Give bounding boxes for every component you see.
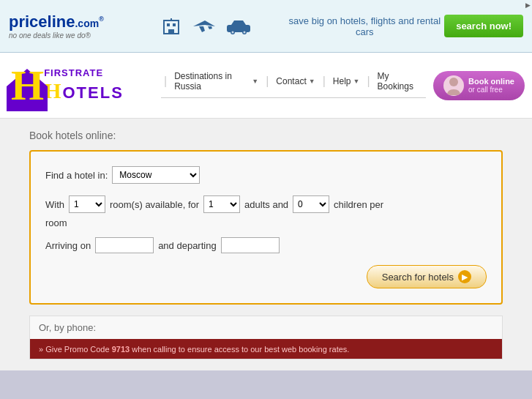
per-room-label: room <box>45 217 487 228</box>
children-select[interactable]: 0 1 2 3 <box>293 195 329 213</box>
contact-chevron-icon: ▼ <box>309 78 315 85</box>
ad-priceline-logo: priceline.com® no one deals like we do® <box>9 12 104 40</box>
children-label: children per <box>334 199 383 210</box>
arriving-date-input[interactable] <box>95 237 154 253</box>
arriving-label: Arriving on <box>45 240 91 251</box>
nav-separator-4: | <box>367 75 370 88</box>
priceline-name: priceline.com® <box>9 12 104 31</box>
nav-help[interactable]: Help ▼ <box>329 75 364 88</box>
city-select[interactable]: Moscow St. Petersburg Sochi Kazan Novosi… <box>112 166 200 184</box>
car-icon <box>225 18 252 35</box>
svg-rect-1 <box>167 23 170 26</box>
svg-rect-5 <box>227 25 250 32</box>
svg-point-9 <box>243 31 245 33</box>
adults-label: adults and <box>244 199 288 210</box>
svg-rect-2 <box>173 23 176 26</box>
rooms-row: With 1 2 3 4 5 room(s) available, for 1 … <box>45 195 487 213</box>
rooms-post-label: room(s) available, for <box>110 199 199 210</box>
svg-point-8 <box>231 31 233 33</box>
departing-date-input[interactable] <box>221 237 280 253</box>
nav-separator-1: | <box>164 75 167 88</box>
search-hotels-button[interactable]: Search for hotels ▶ <box>367 265 487 288</box>
rooms-pre-label: With <box>45 199 64 210</box>
svg-point-11 <box>449 78 458 86</box>
logo-firstrate-text: FIRSTRATE <box>44 67 124 78</box>
book-call-button[interactable]: Book online or call free <box>433 71 525 100</box>
rooms-select[interactable]: 1 2 3 4 5 <box>69 195 105 213</box>
promo-text: » Give Promo Code 9713 when calling to e… <box>39 345 349 354</box>
section-title: Book hotels online: <box>29 130 503 141</box>
person-icon <box>443 75 464 96</box>
search-box: Find a hotel in: Moscow St. Petersburg S… <box>29 150 503 305</box>
adults-select[interactable]: 1 2 3 4 <box>203 195 240 213</box>
dates-row: Arriving on and departing <box>45 237 487 253</box>
logo-text-stack: FIRSTRATE HOTELS <box>44 67 124 103</box>
phone-section: Or, by phone: » Give Promo Code 9713 whe… <box>29 316 503 359</box>
logo-hotels-text: HOTELS <box>44 78 124 103</box>
nav-top: | Destinations in Russia ▼ | Contact ▼ |… <box>161 70 426 98</box>
promo-bar: » Give Promo Code 9713 when calling to e… <box>30 339 502 359</box>
logo-h-letter: H <box>11 64 44 107</box>
plane-icon <box>190 16 218 37</box>
phone-section-title: Or, by phone: <box>30 316 502 339</box>
priceline-tagline: no one deals like we do® <box>9 31 104 40</box>
departing-label: and departing <box>158 240 217 251</box>
nav-separator-2: | <box>266 75 269 88</box>
hotel-icon <box>160 15 183 38</box>
headset-person-icon <box>446 76 462 95</box>
nav-area: | Destinations in Russia ▼ | Contact ▼ |… <box>161 64 426 107</box>
help-chevron-icon: ▼ <box>353 78 359 85</box>
nav-my-bookings[interactable]: My Bookings <box>373 70 426 93</box>
nav-separator-3: | <box>323 75 326 88</box>
book-online-label: Book online <box>468 77 514 86</box>
ad-icons <box>126 15 285 38</box>
site-header: H FIRSTRATE HOTELS | Destinations i <box>0 53 532 119</box>
book-call-area: Book online or call free <box>426 65 532 106</box>
search-arrow-icon: ▶ <box>458 270 471 283</box>
ad-tagline-text: save big on hotels, flights and rental c… <box>285 15 444 37</box>
book-call-text: Book online or call free <box>468 77 514 94</box>
svg-rect-3 <box>168 29 174 34</box>
nav-contact[interactable]: Contact ▼ <box>271 75 319 88</box>
find-hotel-row: Find a hotel in: Moscow St. Petersburg S… <box>45 166 487 184</box>
nav-destinations[interactable]: Destinations in Russia ▼ <box>170 70 263 93</box>
page-content: Book hotels online: Find a hotel in: Mos… <box>0 119 532 370</box>
ad-search-button[interactable]: search now! <box>444 15 523 37</box>
ad-badge: ▶ <box>525 1 531 9</box>
logo-area: H FIRSTRATE HOTELS <box>0 57 161 114</box>
find-hotel-label: Find a hotel in: <box>45 170 108 181</box>
or-call-free-label: or call free <box>468 86 503 94</box>
search-btn-row: Search for hotels ▶ <box>45 265 487 288</box>
ad-banner: priceline.com® no one deals like we do® <box>0 0 532 53</box>
promo-code: 9713 <box>112 345 130 354</box>
main-container: H FIRSTRATE HOTELS | Destinations i <box>0 53 532 370</box>
destinations-chevron-icon: ▼ <box>252 78 258 85</box>
